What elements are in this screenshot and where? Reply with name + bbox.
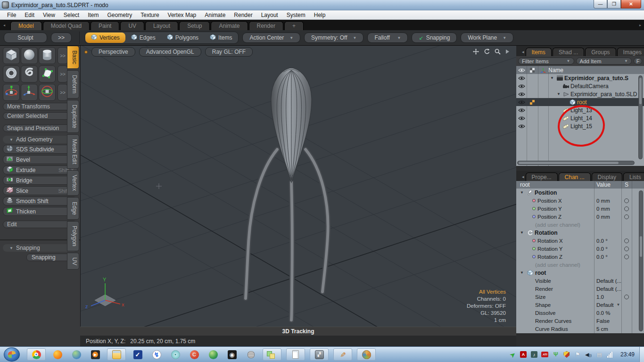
tray-flag-icon[interactable]: ⚑	[574, 351, 581, 358]
channels-panel-tab-lists[interactable]: Lists	[623, 173, 644, 181]
channel-select-circle[interactable]	[624, 239, 629, 243]
close-button[interactable]: ✕	[621, 0, 641, 8]
category-tab-vertex[interactable]: Vertex	[67, 170, 79, 196]
symmetry-dropdown[interactable]: Symmetry: Off▼	[304, 33, 363, 43]
channel-select-circle[interactable]	[624, 198, 629, 203]
torus-tool-button[interactable]	[3, 66, 20, 82]
tool-sds-subdivide-button[interactable]: SDS SubdivideD	[3, 145, 77, 154]
move-gizmo-tool-button[interactable]	[21, 84, 38, 101]
maximize-button[interactable]: ❐	[607, 0, 621, 8]
tray-music-icon[interactable]: ♪	[530, 351, 538, 358]
items-horizontal-scrollbar[interactable]	[517, 161, 635, 165]
tray-speaker-icon[interactable]: ◀))	[585, 351, 592, 358]
cylinder-tool-button[interactable]	[39, 47, 56, 64]
channel-row-position-y[interactable]: Position Y0 mm	[516, 205, 644, 213]
mode-items-button[interactable]: Items	[204, 33, 238, 43]
tool-smooth-shift-button[interactable]: Smooth Shift	[3, 197, 77, 206]
channel-select-circle[interactable]	[624, 255, 629, 259]
tab-scroll-right-icon[interactable]: ▸	[639, 23, 641, 27]
tree-row-light-14[interactable]: Light_14	[516, 114, 644, 122]
show-desktop-button[interactable]	[639, 347, 644, 362]
tray-wireless-icon[interactable]: Ψ	[552, 351, 560, 358]
menu-edit[interactable]: Edit	[20, 12, 39, 18]
filter-f-button[interactable]: F	[634, 58, 642, 65]
pan-icon[interactable]	[473, 49, 479, 55]
layout-tab-paint[interactable]: Paint	[91, 21, 119, 30]
menu-geometry[interactable]: Geometry	[103, 12, 137, 18]
tray-adobe-reader-icon[interactable]: A	[520, 351, 527, 358]
category-tab-deform[interactable]: Deform	[67, 70, 79, 98]
channel-row-add-user-channel[interactable]: (add user channel)	[516, 261, 644, 269]
items-panel-tab-images[interactable]: Images	[617, 48, 644, 56]
visibility-eye-icon[interactable]	[516, 84, 527, 89]
channel-row-dissolve[interactable]: Dissolve0.0 %	[516, 309, 644, 317]
channel-row-shape[interactable]: ShapeDefault▼	[516, 301, 644, 309]
taskbar-messenger-button[interactable]	[69, 348, 83, 361]
tool-bevel-button[interactable]: BevelB	[3, 155, 77, 164]
channel-select-circle[interactable]	[624, 295, 629, 299]
layout-tab-layout[interactable]: Layout	[145, 21, 178, 30]
menu-animate[interactable]: Animate	[200, 12, 230, 18]
menu-file[interactable]: File	[3, 12, 20, 18]
start-button[interactable]	[4, 347, 20, 362]
taskbar-document-app-button[interactable]	[286, 348, 305, 361]
layout-tab-[interactable]: +	[284, 21, 304, 30]
channel-row-position-x[interactable]: Position X0 mm	[516, 197, 644, 205]
taskbar-gray-app-button[interactable]: ▞	[310, 348, 329, 361]
minimize-button[interactable]: —	[594, 0, 607, 8]
taskbar-coins-app-button[interactable]	[244, 348, 258, 361]
viewport-canvas[interactable]: Y x z	[81, 46, 517, 327]
channels-panel-tab-prope[interactable]: Prope...	[526, 173, 558, 181]
viewport-advanced-opengl-button[interactable]: Advanced OpenGL	[139, 47, 201, 57]
visibility-eye-icon[interactable]	[516, 116, 527, 121]
tool-extrude-button[interactable]: ExtrudeShift-X	[3, 165, 77, 174]
tool-bridge-button[interactable]: Bridge	[3, 176, 77, 185]
layout-tab-model[interactable]: Model	[10, 21, 42, 30]
channel-row-rotation-x[interactable]: Rotation X0.0 °	[516, 237, 644, 245]
visibility-eye-icon[interactable]	[516, 100, 527, 105]
more-transforms-dropdown[interactable]: More Transforms▼	[3, 103, 77, 110]
center-selected-dropdown[interactable]: Center Selected▼	[3, 112, 77, 120]
channel-row-add-user-channel[interactable]: (add user channel)	[516, 221, 644, 229]
snaps-precision-button[interactable]: Snaps and Precision	[3, 124, 77, 132]
viewport-3d[interactable]: Y x z PerspectiveAdvanced OpenGLRay GL: …	[80, 46, 516, 327]
channel-row-position[interactable]: ▼Position	[516, 189, 644, 197]
visibility-eye-icon[interactable]	[516, 92, 527, 97]
polygon-pen-tool-button[interactable]	[39, 66, 56, 82]
channel-row-render-curves[interactable]: Render CurvesFalse	[516, 317, 644, 325]
filter-items-dropdown[interactable]: Filter Items▼	[518, 58, 574, 65]
orbit-icon[interactable]	[484, 49, 490, 55]
category-tab-edge[interactable]: Edge	[67, 197, 79, 220]
channel-select-circle[interactable]	[624, 214, 629, 219]
row-expand-button[interactable]: >>	[58, 84, 68, 101]
taskbar-pen-app-button[interactable]: ✎	[333, 348, 352, 361]
taskbar-steam-button[interactable]: ◉	[225, 348, 239, 361]
channel-row-visible[interactable]: VisibleDefault (...	[516, 277, 644, 285]
channel-row-rotation[interactable]: ▼Rotation	[516, 229, 644, 237]
items-panel-tab-items[interactable]: Items	[526, 48, 552, 56]
menu-help[interactable]: Help	[310, 12, 330, 18]
row-expand-button[interactable]: >>	[58, 66, 68, 82]
channel-select-circle[interactable]	[624, 206, 629, 211]
items-vertical-scrollbar[interactable]	[638, 75, 643, 159]
snapping-toolbar-button[interactable]: ↙Snapping	[412, 33, 457, 43]
viewport-perspective-button[interactable]: Perspective	[91, 47, 135, 57]
row-expand-button[interactable]: >>	[58, 47, 68, 64]
channel-row-rotation-z[interactable]: Rotation Z0.0 °	[516, 253, 644, 261]
tree-row-exprimidor-para-tuto-sld[interactable]: ▼Exprimidor_para_tuto.SLD	[516, 90, 644, 98]
layout-tab-animate[interactable]: Animate	[211, 21, 248, 30]
channel-select-circle[interactable]	[624, 247, 629, 251]
tab-scroll-left-icon[interactable]: ◂	[3, 23, 5, 27]
sphere-tool-button[interactable]	[21, 47, 38, 64]
layout-tab-setup[interactable]: Setup	[179, 21, 210, 30]
cube-tool-button[interactable]	[3, 47, 20, 64]
category-tab-duplicate[interactable]: Duplicate	[67, 100, 79, 133]
tray-network-icon[interactable]	[606, 351, 614, 358]
taskbar-teal-app-button[interactable]: ●	[168, 348, 182, 361]
visibility-eye-icon[interactable]	[516, 108, 527, 113]
taskbar-firefox-button[interactable]	[50, 348, 65, 361]
title-bar[interactable]: Exprimidor_para_tuto.SLDPRT - modo —❐✕	[0, 0, 644, 10]
menu-view[interactable]: View	[39, 12, 59, 18]
tab-scroll-left-icon[interactable]: ◂	[522, 49, 524, 54]
menu-system[interactable]: System	[282, 12, 310, 18]
